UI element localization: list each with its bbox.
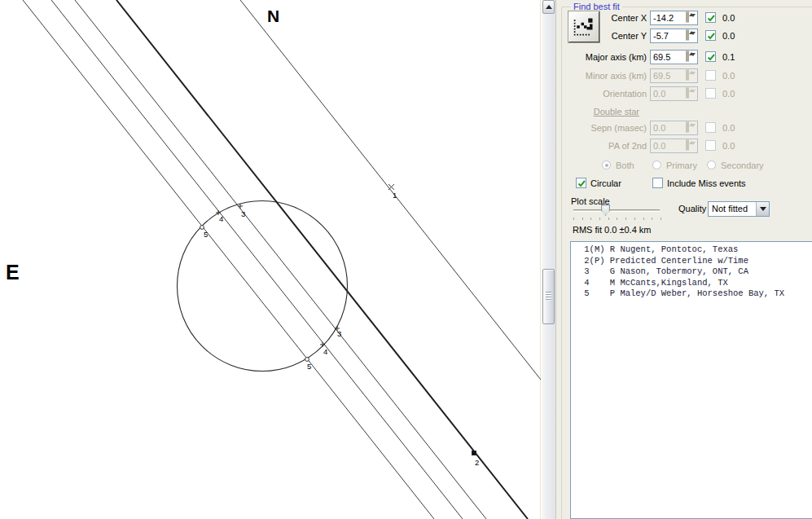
chord-label-5-entry: 5 bbox=[204, 230, 208, 239]
sepn-spinner bbox=[686, 122, 696, 134]
spin-down-icon bbox=[691, 53, 696, 56]
radio-primary bbox=[652, 161, 661, 169]
quality-dropdown[interactable]: Not fitted bbox=[708, 201, 770, 217]
major-axis-step-value: 0.1 bbox=[722, 52, 735, 62]
spin-down-icon bbox=[691, 14, 696, 17]
double-star-link: Double star bbox=[561, 107, 639, 117]
event-markers bbox=[200, 184, 476, 455]
include-miss-label: Include Miss events bbox=[667, 178, 746, 188]
radio-both bbox=[602, 161, 611, 169]
square-marker-2 bbox=[472, 451, 476, 455]
sepn-step-value: 0.0 bbox=[722, 123, 735, 133]
minor-axis-step-checkbox bbox=[705, 70, 716, 81]
center-x-step-checkbox[interactable] bbox=[705, 12, 716, 23]
east-direction-label: E bbox=[6, 261, 20, 284]
scroll-up-icon bbox=[546, 5, 552, 9]
rms-fit-readout: RMS fit 0.0 ±0.4 km bbox=[573, 225, 652, 235]
orientation-label: Orientation bbox=[561, 89, 647, 99]
chord-label-1: 1 bbox=[393, 191, 397, 200]
circular-checkbox[interactable] bbox=[576, 178, 586, 188]
observer-row-4[interactable]: 4 M McCants,Kingsland, TX bbox=[579, 278, 812, 289]
quality-dropdown-button[interactable] bbox=[756, 202, 769, 216]
chord-line-4 bbox=[51, 0, 463, 519]
chords-plot-canvas: 3 4 5 3 4 5 1 2 bbox=[0, 0, 541, 519]
observer-row-5[interactable]: 5 P Maley/D Weber, Horseshoe Bay, TX bbox=[579, 288, 812, 300]
chord-label-3-exit: 3 bbox=[337, 329, 341, 338]
sky-plane-plot: 3 4 5 3 4 5 1 2 N E bbox=[0, 0, 541, 519]
sepn-step-checkbox bbox=[705, 122, 716, 133]
scrollbar-up-button[interactable] bbox=[542, 0, 555, 14]
plot-scale-slider-track[interactable] bbox=[573, 209, 660, 212]
sepn-input: 0.0 bbox=[650, 121, 698, 135]
major-axis-step-checkbox[interactable] bbox=[705, 51, 716, 62]
chord-line-1 bbox=[240, 0, 541, 380]
chord-label-4-entry: 4 bbox=[219, 214, 223, 223]
orientation-step-checkbox bbox=[705, 88, 716, 99]
cross-marker-1 bbox=[388, 184, 394, 190]
pa-of-2nd-spinner bbox=[686, 140, 696, 152]
minor-axis-input: 69.5 bbox=[650, 68, 698, 83]
radio-primary-label: Primary bbox=[666, 161, 697, 170]
major-axis-label: Major axis (km) bbox=[561, 52, 647, 62]
center-y-label: Center Y bbox=[561, 31, 647, 41]
include-miss-checkbox[interactable] bbox=[652, 178, 663, 188]
observer-row-3[interactable]: 3 G Nason, Tobermory, ONT, CA bbox=[579, 266, 812, 278]
chord-line-5 bbox=[23, 0, 434, 519]
observer-row-1[interactable]: 1(M) R Nugent, Pontotoc, Texas bbox=[579, 244, 812, 256]
center-y-spinner[interactable] bbox=[686, 30, 696, 42]
spin-down-icon bbox=[691, 124, 696, 127]
pa-of-2nd-step-checkbox bbox=[705, 140, 716, 151]
observer-list[interactable]: 1(M) R Nugent, Pontotoc, Texas 2(P) Pred… bbox=[570, 241, 812, 519]
check-icon bbox=[577, 178, 587, 189]
check-icon bbox=[706, 52, 717, 63]
pa-of-2nd-label: PA of 2nd bbox=[561, 141, 647, 151]
radio-secondary-label: Secondary bbox=[721, 161, 764, 170]
orientation-spinner bbox=[686, 88, 696, 99]
spin-down-icon bbox=[691, 72, 696, 75]
plot-vertical-scrollbar[interactable] bbox=[542, 0, 555, 519]
major-axis-spinner[interactable] bbox=[686, 51, 696, 63]
slider-tick-marks bbox=[573, 218, 662, 220]
pa-of-2nd-input: 0.0 bbox=[650, 139, 698, 153]
minor-axis-step-value: 0.0 bbox=[722, 71, 735, 81]
radio-both-label: Both bbox=[616, 161, 634, 170]
groupbox-title: Find best fit bbox=[571, 2, 622, 11]
observer-row-2[interactable]: 2(P) Predicted Centerline w/Time bbox=[579, 256, 812, 267]
spin-down-icon bbox=[691, 142, 696, 145]
check-icon bbox=[706, 31, 717, 42]
center-y-input[interactable]: -5.7 bbox=[650, 29, 698, 43]
center-x-label: Center X bbox=[561, 13, 647, 23]
check-icon bbox=[706, 13, 717, 24]
orientation-input: 0.0 bbox=[650, 86, 698, 101]
spin-down-icon bbox=[691, 90, 696, 93]
minor-axis-spinner bbox=[686, 70, 696, 81]
scrollbar-grip-icon bbox=[546, 292, 551, 301]
find-best-fit-panel: Find best fit Center X bbox=[555, 0, 812, 519]
occultation-fit-window: 3 4 5 3 4 5 1 2 N E Find best fit bbox=[0, 0, 812, 519]
chord-line-3 bbox=[75, 0, 486, 519]
quality-value: Not fitted bbox=[712, 204, 748, 213]
center-x-spinner[interactable] bbox=[686, 12, 696, 24]
minor-axis-label: Minor axis (km) bbox=[561, 71, 647, 81]
north-direction-label: N bbox=[267, 7, 279, 26]
circular-label: Circular bbox=[590, 178, 621, 188]
dropdown-arrow-icon bbox=[760, 207, 766, 211]
center-y-step-checkbox[interactable] bbox=[705, 30, 716, 41]
pa-of-2nd-step-value: 0.0 bbox=[722, 141, 735, 151]
chord-label-4-exit: 4 bbox=[323, 347, 327, 356]
circle-marker-5-exit bbox=[305, 358, 309, 362]
center-y-step-value: 0.0 bbox=[722, 31, 735, 41]
quality-label: Quality bbox=[678, 204, 706, 213]
radio-secondary bbox=[707, 161, 716, 169]
sepn-label: Sepn (masec) bbox=[561, 123, 647, 133]
center-x-step-value: 0.0 bbox=[722, 13, 735, 23]
circle-marker-5-entry bbox=[200, 226, 204, 230]
major-axis-input[interactable]: 69.5 bbox=[650, 50, 698, 64]
scrollbar-thumb[interactable] bbox=[542, 269, 555, 324]
chord-label-2: 2 bbox=[475, 458, 479, 467]
spin-down-icon bbox=[691, 32, 696, 35]
chord-line-2-centerline bbox=[116, 0, 528, 519]
chord-label-5-exit: 5 bbox=[307, 362, 311, 371]
orientation-step-value: 0.0 bbox=[722, 89, 735, 99]
center-x-input[interactable]: -14.2 bbox=[650, 11, 698, 25]
